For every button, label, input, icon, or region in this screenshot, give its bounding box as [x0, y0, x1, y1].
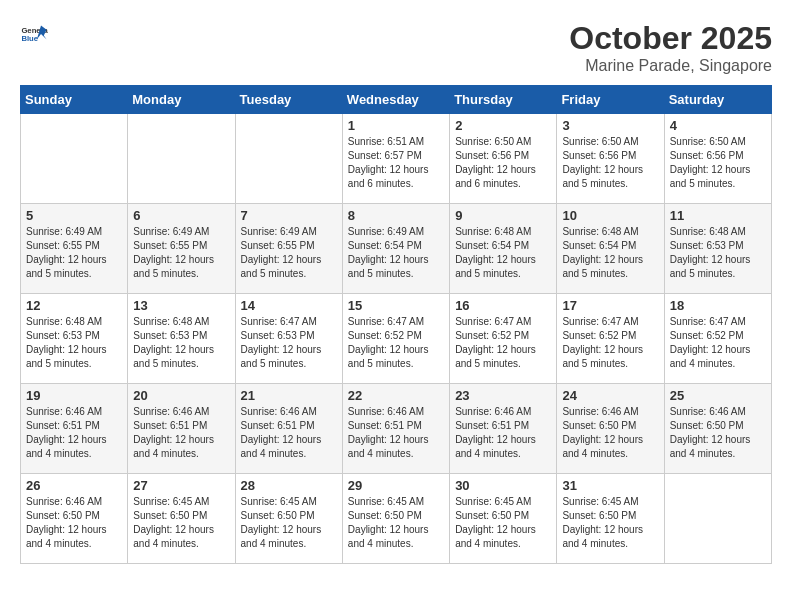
day-number: 26 [26, 478, 122, 493]
day-number: 7 [241, 208, 337, 223]
day-number: 28 [241, 478, 337, 493]
day-info: Sunrise: 6:47 AM Sunset: 6:53 PM Dayligh… [241, 315, 337, 371]
weekday-header: Sunday [21, 86, 128, 114]
calendar-cell: 14Sunrise: 6:47 AM Sunset: 6:53 PM Dayli… [235, 294, 342, 384]
day-info: Sunrise: 6:45 AM Sunset: 6:50 PM Dayligh… [133, 495, 229, 551]
weekday-header-row: SundayMondayTuesdayWednesdayThursdayFrid… [21, 86, 772, 114]
weekday-header: Friday [557, 86, 664, 114]
day-info: Sunrise: 6:45 AM Sunset: 6:50 PM Dayligh… [562, 495, 658, 551]
weekday-header: Saturday [664, 86, 771, 114]
day-number: 5 [26, 208, 122, 223]
day-number: 1 [348, 118, 444, 133]
day-number: 17 [562, 298, 658, 313]
calendar-cell: 5Sunrise: 6:49 AM Sunset: 6:55 PM Daylig… [21, 204, 128, 294]
day-number: 12 [26, 298, 122, 313]
day-number: 11 [670, 208, 766, 223]
day-info: Sunrise: 6:48 AM Sunset: 6:54 PM Dayligh… [562, 225, 658, 281]
calendar-cell: 30Sunrise: 6:45 AM Sunset: 6:50 PM Dayli… [450, 474, 557, 564]
day-info: Sunrise: 6:46 AM Sunset: 6:51 PM Dayligh… [26, 405, 122, 461]
day-info: Sunrise: 6:48 AM Sunset: 6:53 PM Dayligh… [670, 225, 766, 281]
calendar-cell: 27Sunrise: 6:45 AM Sunset: 6:50 PM Dayli… [128, 474, 235, 564]
day-info: Sunrise: 6:46 AM Sunset: 6:50 PM Dayligh… [562, 405, 658, 461]
day-info: Sunrise: 6:50 AM Sunset: 6:56 PM Dayligh… [562, 135, 658, 191]
calendar-week-row: 1Sunrise: 6:51 AM Sunset: 6:57 PM Daylig… [21, 114, 772, 204]
logo-icon: General Blue [20, 20, 48, 48]
calendar-cell: 7Sunrise: 6:49 AM Sunset: 6:55 PM Daylig… [235, 204, 342, 294]
calendar-table: SundayMondayTuesdayWednesdayThursdayFrid… [20, 85, 772, 564]
day-info: Sunrise: 6:46 AM Sunset: 6:51 PM Dayligh… [455, 405, 551, 461]
day-number: 30 [455, 478, 551, 493]
calendar-cell: 12Sunrise: 6:48 AM Sunset: 6:53 PM Dayli… [21, 294, 128, 384]
calendar-cell: 21Sunrise: 6:46 AM Sunset: 6:51 PM Dayli… [235, 384, 342, 474]
day-info: Sunrise: 6:49 AM Sunset: 6:55 PM Dayligh… [133, 225, 229, 281]
calendar-cell [128, 114, 235, 204]
calendar-cell: 26Sunrise: 6:46 AM Sunset: 6:50 PM Dayli… [21, 474, 128, 564]
day-number: 18 [670, 298, 766, 313]
day-info: Sunrise: 6:48 AM Sunset: 6:53 PM Dayligh… [26, 315, 122, 371]
page-header: General Blue October 2025 Marine Parade,… [20, 20, 772, 75]
calendar-cell: 19Sunrise: 6:46 AM Sunset: 6:51 PM Dayli… [21, 384, 128, 474]
calendar-cell: 31Sunrise: 6:45 AM Sunset: 6:50 PM Dayli… [557, 474, 664, 564]
location: Marine Parade, Singapore [569, 57, 772, 75]
day-number: 25 [670, 388, 766, 403]
weekday-header: Monday [128, 86, 235, 114]
logo: General Blue [20, 20, 48, 48]
calendar-cell: 4Sunrise: 6:50 AM Sunset: 6:56 PM Daylig… [664, 114, 771, 204]
day-info: Sunrise: 6:46 AM Sunset: 6:50 PM Dayligh… [26, 495, 122, 551]
calendar-cell: 23Sunrise: 6:46 AM Sunset: 6:51 PM Dayli… [450, 384, 557, 474]
day-info: Sunrise: 6:45 AM Sunset: 6:50 PM Dayligh… [455, 495, 551, 551]
day-number: 22 [348, 388, 444, 403]
day-number: 10 [562, 208, 658, 223]
day-number: 29 [348, 478, 444, 493]
day-info: Sunrise: 6:47 AM Sunset: 6:52 PM Dayligh… [455, 315, 551, 371]
day-number: 15 [348, 298, 444, 313]
day-number: 3 [562, 118, 658, 133]
day-number: 27 [133, 478, 229, 493]
calendar-cell: 16Sunrise: 6:47 AM Sunset: 6:52 PM Dayli… [450, 294, 557, 384]
day-number: 20 [133, 388, 229, 403]
day-number: 31 [562, 478, 658, 493]
calendar-cell [664, 474, 771, 564]
day-number: 19 [26, 388, 122, 403]
day-info: Sunrise: 6:51 AM Sunset: 6:57 PM Dayligh… [348, 135, 444, 191]
day-info: Sunrise: 6:46 AM Sunset: 6:51 PM Dayligh… [133, 405, 229, 461]
calendar-cell: 8Sunrise: 6:49 AM Sunset: 6:54 PM Daylig… [342, 204, 449, 294]
svg-text:Blue: Blue [21, 34, 38, 43]
day-info: Sunrise: 6:47 AM Sunset: 6:52 PM Dayligh… [670, 315, 766, 371]
calendar-cell: 6Sunrise: 6:49 AM Sunset: 6:55 PM Daylig… [128, 204, 235, 294]
day-number: 4 [670, 118, 766, 133]
day-info: Sunrise: 6:46 AM Sunset: 6:51 PM Dayligh… [241, 405, 337, 461]
month-title: October 2025 [569, 20, 772, 57]
day-number: 2 [455, 118, 551, 133]
day-info: Sunrise: 6:46 AM Sunset: 6:50 PM Dayligh… [670, 405, 766, 461]
calendar-cell: 29Sunrise: 6:45 AM Sunset: 6:50 PM Dayli… [342, 474, 449, 564]
day-number: 8 [348, 208, 444, 223]
calendar-cell: 3Sunrise: 6:50 AM Sunset: 6:56 PM Daylig… [557, 114, 664, 204]
day-info: Sunrise: 6:48 AM Sunset: 6:54 PM Dayligh… [455, 225, 551, 281]
calendar-cell: 18Sunrise: 6:47 AM Sunset: 6:52 PM Dayli… [664, 294, 771, 384]
weekday-header: Thursday [450, 86, 557, 114]
calendar-cell [235, 114, 342, 204]
calendar-cell: 9Sunrise: 6:48 AM Sunset: 6:54 PM Daylig… [450, 204, 557, 294]
calendar-cell: 2Sunrise: 6:50 AM Sunset: 6:56 PM Daylig… [450, 114, 557, 204]
day-number: 13 [133, 298, 229, 313]
calendar-week-row: 12Sunrise: 6:48 AM Sunset: 6:53 PM Dayli… [21, 294, 772, 384]
calendar-cell: 15Sunrise: 6:47 AM Sunset: 6:52 PM Dayli… [342, 294, 449, 384]
day-info: Sunrise: 6:50 AM Sunset: 6:56 PM Dayligh… [670, 135, 766, 191]
day-number: 9 [455, 208, 551, 223]
day-number: 6 [133, 208, 229, 223]
day-number: 14 [241, 298, 337, 313]
calendar-cell: 24Sunrise: 6:46 AM Sunset: 6:50 PM Dayli… [557, 384, 664, 474]
calendar-cell [21, 114, 128, 204]
calendar-cell: 11Sunrise: 6:48 AM Sunset: 6:53 PM Dayli… [664, 204, 771, 294]
day-info: Sunrise: 6:49 AM Sunset: 6:55 PM Dayligh… [241, 225, 337, 281]
day-info: Sunrise: 6:45 AM Sunset: 6:50 PM Dayligh… [348, 495, 444, 551]
day-info: Sunrise: 6:47 AM Sunset: 6:52 PM Dayligh… [562, 315, 658, 371]
weekday-header: Tuesday [235, 86, 342, 114]
weekday-header: Wednesday [342, 86, 449, 114]
day-info: Sunrise: 6:49 AM Sunset: 6:55 PM Dayligh… [26, 225, 122, 281]
calendar-cell: 20Sunrise: 6:46 AM Sunset: 6:51 PM Dayli… [128, 384, 235, 474]
calendar-cell: 28Sunrise: 6:45 AM Sunset: 6:50 PM Dayli… [235, 474, 342, 564]
day-info: Sunrise: 6:45 AM Sunset: 6:50 PM Dayligh… [241, 495, 337, 551]
day-info: Sunrise: 6:49 AM Sunset: 6:54 PM Dayligh… [348, 225, 444, 281]
